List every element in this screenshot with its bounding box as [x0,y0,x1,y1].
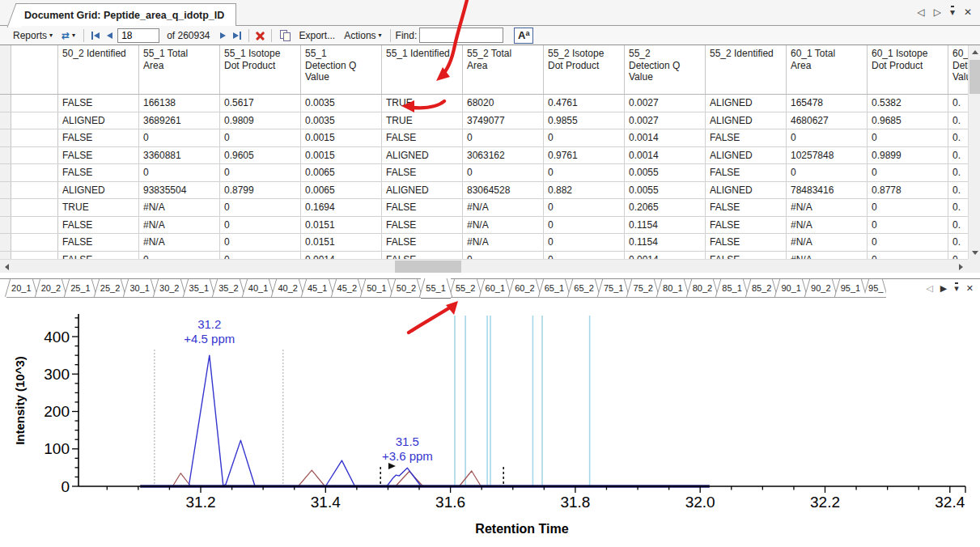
grid-cell[interactable]: 78483416 [787,182,868,199]
grid-cell[interactable]: 165478 [787,95,868,112]
grid-cell[interactable]: 0 [868,164,948,181]
replicate-tab-30_2[interactable]: 30_2 [155,279,185,298]
row-header-cell[interactable] [11,164,58,181]
row-header-cell[interactable] [11,95,58,112]
grid-cell[interactable]: 0.0151 [301,217,382,234]
grid-cell[interactable]: 0.1694 [301,199,382,216]
horizontal-scrollbar[interactable] [0,259,968,273]
last-record-button[interactable] [231,30,244,41]
copy-button[interactable] [277,28,294,43]
row-selector[interactable] [0,182,11,199]
grid-cell[interactable]: 0 [544,199,625,216]
grid-cell[interactable]: 0 [868,199,948,216]
grid-cell[interactable]: 0.0027 [625,112,706,129]
grid-cell[interactable]: 0.9685 [868,112,948,129]
grid-cell[interactable]: 0 [463,164,544,181]
grid-cell[interactable]: 68020 [463,95,544,112]
column-header-55-1-isotope-dot-product[interactable]: 55_1 Isotope Dot Product [220,45,301,94]
grid-cell[interactable]: 0. [948,112,968,129]
grid-cell[interactable]: #N/A [139,199,220,216]
grid-cell[interactable]: 0.9899 [868,147,948,164]
delete-button[interactable] [254,29,266,41]
grid-cell[interactable]: 0 [139,252,220,260]
grid-cell[interactable]: #N/A [139,217,220,234]
grid-cell[interactable]: TRUE [58,199,139,216]
grid-cell[interactable]: TRUE [382,112,463,129]
grid-cell[interactable]: 0.0014 [625,147,706,164]
grid-cell[interactable]: ALIGNED [58,182,139,199]
tab-list-menu-icon[interactable]: ▾ [954,282,959,294]
dock-next-icon[interactable]: ▷ [934,6,941,18]
row-header-cell[interactable] [11,129,58,146]
row-header-cell[interactable] [11,199,58,216]
grid-cell[interactable]: FALSE [706,164,787,181]
tab-close-icon[interactable]: ✕ [966,283,974,294]
row-header-cell[interactable] [11,234,58,251]
replicate-tab-60_2[interactable]: 60_2 [510,279,540,298]
replicate-tab-35_2[interactable]: 35_2 [214,279,244,298]
grid-cell[interactable]: 10257848 [787,147,868,164]
grid-cell[interactable]: ALIGNED [706,95,787,112]
row-header-cell[interactable] [11,217,58,234]
grid-cell[interactable]: 0. [948,164,968,181]
replicate-tab-55_1[interactable]: 55_1 [421,278,451,299]
column-header-60-1-detection-q-value[interactable]: 60_1 Detection Q Value [948,45,968,94]
grid-cell[interactable]: 0. [948,129,968,146]
grid-cell[interactable]: 0.1154 [625,234,706,251]
document-grid-tab[interactable]: Document Grid: Peptide_area_q_idotp_ID [18,3,236,26]
grid-cell[interactable]: 0.9605 [220,147,301,164]
grid-cell[interactable]: 0.0055 [625,164,706,181]
scroll-down-arrow[interactable] [969,246,980,259]
grid-cell[interactable]: 3689261 [139,112,220,129]
next-record-button[interactable] [218,31,228,40]
grid-cell[interactable]: 3749077 [463,112,544,129]
actions-button[interactable]: Actions ▾ [341,28,384,43]
grid-cell[interactable]: ALIGNED [382,147,463,164]
scroll-right-arrow[interactable] [954,260,968,274]
row-header-cell[interactable] [11,112,58,129]
grid-cell[interactable]: ALIGNED [706,182,787,199]
grid-cell[interactable]: FALSE [382,217,463,234]
grid-cell[interactable]: 0 [463,252,544,260]
row-selector[interactable] [0,95,11,112]
grid-cell[interactable]: 0. [948,252,968,260]
column-header-55-2-isotope-dot-product[interactable]: 55_2 Isotope Dot Product [544,45,625,94]
grid-cell[interactable]: FALSE [706,217,787,234]
grid-cell[interactable]: 3360881 [139,147,220,164]
row-header-cell[interactable] [11,182,58,199]
row-selector-header[interactable] [0,45,11,94]
column-header-60-1-isotope-dot-product[interactable]: 60_1 Isotope Dot Product [868,45,948,94]
grid-cell[interactable]: #N/A [787,252,868,260]
replicate-tab-90_2[interactable]: 90_2 [806,279,836,298]
first-record-button[interactable] [89,30,102,41]
row-selector[interactable] [0,199,11,216]
row-header-cell[interactable] [11,252,58,260]
grid-cell[interactable]: 0 [544,217,625,234]
dock-close-icon[interactable]: ✕ [964,6,972,18]
dock-prev-icon[interactable]: ◁ [917,6,924,18]
grid-cell[interactable]: 0.0027 [625,95,706,112]
row-selector[interactable] [0,217,11,234]
grid-cell[interactable]: FALSE [706,129,787,146]
grid-cell[interactable]: #N/A [139,234,220,251]
grid-cell[interactable]: 0.0065 [301,182,382,199]
dock-menu-icon[interactable]: ▾ [950,6,955,18]
replicate-tab-20_2[interactable]: 20_2 [36,279,66,298]
pivot-button[interactable]: ⇄ ▾ [58,28,78,43]
column-header-55-1-identified[interactable]: 55_1 Identified [382,45,463,94]
grid-cell[interactable]: 0 [868,234,948,251]
replicate-tab-90_1[interactable]: 90_1 [776,279,806,298]
row-header-cell[interactable] [11,147,58,164]
replicate-tab-75_1[interactable]: 75_1 [599,279,629,298]
replicate-tab-55_2[interactable]: 55_2 [451,279,481,298]
grid-cell[interactable]: 0 [544,252,625,260]
grid-cell[interactable]: FALSE [382,252,463,260]
replicate-tab-85_2[interactable]: 85_2 [747,279,777,298]
grid-cell[interactable]: 0 [220,129,301,146]
grid-cell[interactable]: FALSE [58,147,139,164]
replicate-tab-65_2[interactable]: 65_2 [569,279,599,298]
grid-cell[interactable]: 93835504 [139,182,220,199]
replicate-tab-50_2[interactable]: 50_2 [392,279,422,298]
replicate-tab-95_1[interactable]: 95_1 [836,279,866,298]
grid-cell[interactable]: 0.9855 [544,112,625,129]
